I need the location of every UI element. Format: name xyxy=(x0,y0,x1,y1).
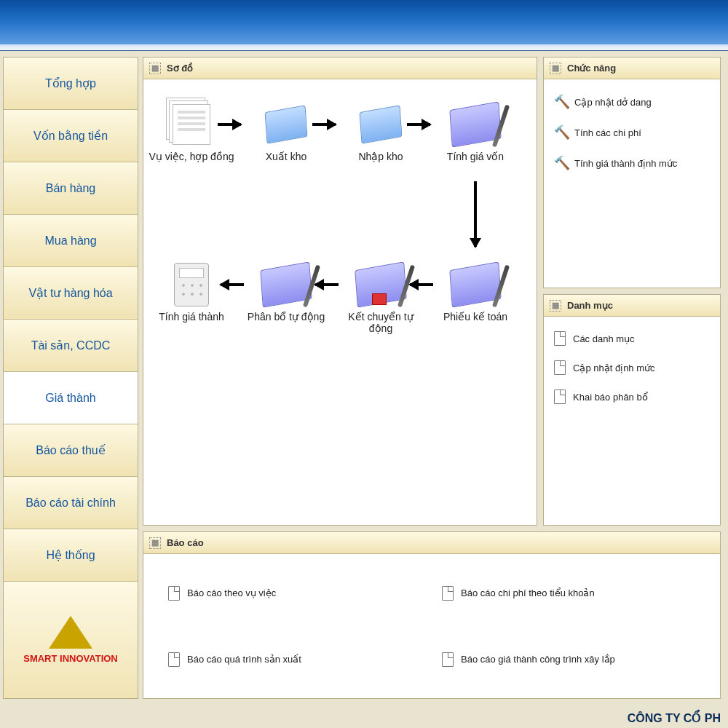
sidebar-item-label: Mua hàng xyxy=(44,234,96,248)
arrow-icon xyxy=(407,123,430,126)
sidebar-item-label: Hệ thống xyxy=(46,548,95,562)
sidebar-item-tonghop[interactable]: Tổng hợp xyxy=(4,58,138,110)
documents-icon xyxy=(173,104,210,145)
panel-reports-title: Báo cáo xyxy=(167,537,204,548)
diagram-node-label: Tính giá thành xyxy=(148,311,235,323)
function-item-tinhgiathanh[interactable]: 🔨 Tính giá thành định mức xyxy=(551,148,713,178)
category-item-label: Các danh mục xyxy=(573,333,635,344)
document-icon xyxy=(554,360,566,375)
diagram-node-label: Phiếu kế toán xyxy=(432,311,519,323)
diagram-node-vuviec[interactable]: Vụ việc, hợp đồng xyxy=(148,101,235,162)
sidebar-item-label: Tài sản, CCDC xyxy=(31,339,111,352)
panel-reports-header: ▦ Báo cáo xyxy=(143,532,720,554)
arrow-down-icon xyxy=(474,181,477,247)
sidebar-item-baocaotaichinh[interactable]: Báo cáo tài chính xyxy=(4,477,138,529)
grid-icon: ▦ xyxy=(550,63,561,74)
report-item-label: Báo cáo theo vụ việc xyxy=(187,587,276,598)
document-icon xyxy=(442,586,454,601)
hammer-icon: 🔨 xyxy=(554,94,567,110)
diagram-node-label: Vụ việc, hợp đồng xyxy=(148,151,235,162)
report-item-giathanhxaylap[interactable]: Báo cáo giá thành công trình xây lắp xyxy=(439,635,698,684)
logo-text: SMART INNOVATION xyxy=(23,653,118,664)
function-item-label: Tính các chi phí xyxy=(574,127,641,138)
diagram-node-label: Nhập kho xyxy=(337,151,424,162)
report-item-label: Báo cáo quá trình sản xuất xyxy=(187,654,301,665)
panel-functions-title: Chức năng xyxy=(567,63,616,74)
diagram-node-label: Tính giá vốn xyxy=(432,151,519,162)
sidebar-item-muahang[interactable]: Mua hàng xyxy=(4,215,138,267)
report-item-quatrinhsx[interactable]: Báo cáo quá trình sản xuất xyxy=(165,635,424,684)
pen-folder-icon xyxy=(261,266,311,304)
category-item-capnhatdinhmuc[interactable]: Cập nhật định mức xyxy=(551,353,713,382)
sidebar-item-banhang[interactable]: Bán hàng xyxy=(4,162,138,215)
sidebar-item-vonbangtien[interactable]: Vốn bằng tiền xyxy=(4,110,138,162)
hammer-icon: 🔨 xyxy=(554,155,567,171)
sidebar-item-label: Tổng hợp xyxy=(45,76,96,90)
diagram-node-phanbo[interactable]: Phân bổ tự động xyxy=(242,261,330,323)
folder-icon xyxy=(360,105,403,143)
sidebar-item-label: Báo cáo tài chính xyxy=(25,496,116,510)
function-item-capnhatdodang[interactable]: 🔨 Cập nhật dở dang xyxy=(551,87,713,117)
calculator-icon xyxy=(174,263,209,306)
diagram-node-phieuketoan[interactable]: Phiếu kế toán xyxy=(432,261,519,323)
sidebar: Tổng hợp Vốn bằng tiền Bán hàng Mua hàng… xyxy=(3,57,138,699)
arrow-left-icon xyxy=(410,283,433,286)
grid-icon: ▦ xyxy=(550,300,561,312)
report-item-label: Báo cáo chi phí theo tiểu khoản xyxy=(461,587,595,598)
category-item-label: Khai báo phân bổ xyxy=(573,392,648,403)
sidebar-item-baocaothue[interactable]: Báo cáo thuế xyxy=(4,424,138,477)
sidebar-item-label: Giá thành xyxy=(45,392,95,405)
document-icon xyxy=(168,586,180,601)
sidebar-item-label: Bán hàng xyxy=(46,182,96,195)
document-icon xyxy=(554,331,566,346)
grid-icon: ▦ xyxy=(149,63,161,74)
logo-triangle-icon xyxy=(49,616,92,649)
panel-diagram-header: ▦ Sơ đồ xyxy=(143,58,537,79)
diagram-node-ketchuyen[interactable]: Kết chuyển tự động xyxy=(337,261,424,334)
sidebar-item-label: Báo cáo thuế xyxy=(36,443,105,457)
sidebar-logo: SMART INNOVATION xyxy=(4,582,138,698)
category-item-cacdanhmuc[interactable]: Các danh mục xyxy=(551,324,713,353)
diagram-node-nhapkho[interactable]: Nhập kho xyxy=(337,101,424,162)
panel-reports: ▦ Báo cáo Báo cáo theo vụ việc Báo cáo c… xyxy=(143,531,721,699)
grid-icon: ▦ xyxy=(149,537,161,549)
panel-functions: ▦ Chức năng 🔨 Cập nhật dở dang 🔨 Tính cá… xyxy=(543,57,721,288)
function-item-label: Cập nhật dở dang xyxy=(574,97,652,108)
category-item-label: Cập nhật định mức xyxy=(573,363,655,373)
panel-diagram: ▦ Sơ đồ Vụ việc, hợp đồng Xuất kho xyxy=(143,57,537,526)
sidebar-item-label: Vốn bằng tiền xyxy=(33,129,108,143)
category-item-khaibaophanbo[interactable]: Khai báo phân bổ xyxy=(551,382,713,411)
arrow-icon xyxy=(218,123,241,126)
arrow-left-icon xyxy=(221,283,244,286)
function-item-tinhchiphi[interactable]: 🔨 Tính các chi phí xyxy=(551,117,713,148)
diagram-node-label: Xuất kho xyxy=(242,151,330,162)
hammer-icon: 🔨 xyxy=(554,124,567,141)
sidebar-item-hethong[interactable]: Hệ thống xyxy=(4,529,138,582)
diagram-node-tinhgiathanh[interactable]: Tính giá thành xyxy=(148,261,235,323)
folder-icon xyxy=(265,105,308,143)
pen-folder-icon xyxy=(451,266,500,304)
report-item-theovuviec[interactable]: Báo cáo theo vụ việc xyxy=(165,569,424,617)
panel-categories-title: Danh mục xyxy=(567,300,613,311)
document-icon xyxy=(442,652,454,667)
footer-company: CÔNG TY CỔ PH xyxy=(628,711,721,725)
document-icon xyxy=(168,652,180,667)
report-item-label: Báo cáo giá thành công trình xây lắp xyxy=(461,654,615,665)
report-item-chiphitieukhoan[interactable]: Báo cáo chi phí theo tiểu khoản xyxy=(439,569,698,617)
sidebar-item-vattu[interactable]: Vật tư hàng hóa xyxy=(4,267,138,320)
diagram-node-tinhgiavon[interactable]: Tính giá vốn xyxy=(432,101,519,162)
diagram-node-label: Kết chuyển tự động xyxy=(337,311,424,334)
panel-categories-header: ▦ Danh mục xyxy=(544,295,720,317)
sidebar-item-label: Vật tư hàng hóa xyxy=(28,286,112,300)
sidebar-item-taisan[interactable]: Tài sản, CCDC xyxy=(4,320,138,372)
panel-diagram-title: Sơ đồ xyxy=(167,63,193,74)
pen-folder-box-icon xyxy=(356,266,405,304)
document-icon xyxy=(554,389,566,404)
diagram-node-xuatkho[interactable]: Xuất kho xyxy=(242,101,330,162)
pen-folder-icon xyxy=(451,106,500,143)
title-bar xyxy=(0,0,728,51)
sidebar-item-giathanh[interactable]: Giá thành xyxy=(4,372,138,424)
arrow-icon xyxy=(312,123,336,126)
panel-categories: ▦ Danh mục Các danh mục Cập nhật định mứ… xyxy=(543,294,721,526)
arrow-left-icon xyxy=(315,283,339,286)
